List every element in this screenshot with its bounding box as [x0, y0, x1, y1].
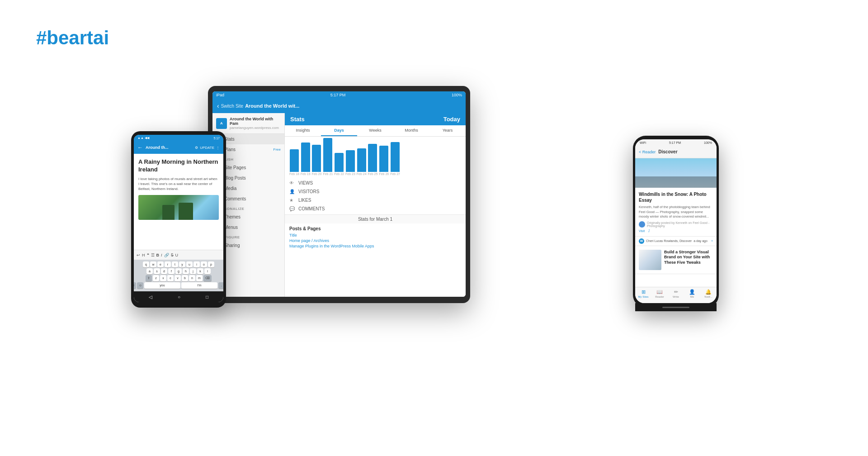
iphone-signal: WiFi — [640, 141, 646, 144]
key-i[interactable]: i — [193, 261, 200, 267]
iphone-nav-title: Discover — [658, 149, 713, 154]
key-z[interactable]: z — [153, 275, 159, 281]
android-home-nav[interactable]: ○ — [178, 294, 180, 299]
iphone-article1-meta: Originally posted by Kenneth on Feel Goo… — [639, 221, 713, 228]
key-t[interactable]: t — [172, 261, 178, 267]
mysites-icon: ⊞ — [642, 289, 646, 295]
format-icon-italic[interactable]: I — [161, 253, 162, 257]
tablet-back-arrow[interactable]: ‹ — [217, 102, 219, 109]
key-g[interactable]: g — [175, 268, 182, 274]
iphone-visit-button[interactable]: Visit — [639, 229, 645, 233]
iphone-hero-image — [635, 158, 717, 188]
write-icon: ✏ — [674, 289, 678, 295]
chart-bar-feb20: Feb 20 — [312, 145, 322, 176]
key-u[interactable]: u — [186, 261, 193, 267]
format-icon-underline[interactable]: U — [175, 253, 179, 257]
android-settings-icon[interactable]: ⚙ — [195, 146, 198, 150]
format-icon-h[interactable]: H — [142, 253, 145, 257]
android-post-body: I love taking photos of murals and stree… — [138, 176, 219, 192]
format-icon-undo[interactable]: ↩ — [137, 253, 140, 257]
key-suggestion-im[interactable]: I'm — [181, 282, 217, 289]
iphone-tab-write[interactable]: ✏ Write — [668, 289, 684, 302]
keyboard-row-1: q w e r t y u i o p — [135, 261, 222, 267]
key-p[interactable]: p — [208, 261, 214, 267]
format-icon-strike[interactable]: S̶ — [171, 253, 174, 257]
iphone-back-button[interactable]: < Reader — [639, 150, 656, 154]
android-back-nav[interactable]: ◁ — [149, 294, 152, 299]
key-symbols[interactable]: ?123 — [134, 282, 136, 289]
posts-link-plugins[interactable]: Manage Plugins in the WordPress Mobile A… — [289, 244, 461, 248]
tab-weeks[interactable]: Weeks — [357, 125, 393, 136]
key-m[interactable]: m — [196, 275, 203, 281]
posts-link-home[interactable]: Home page / Archives — [289, 238, 461, 243]
iphone-article-1: Windmills in the Snow: A Photo Essay Ken… — [635, 188, 717, 237]
key-h[interactable]: h — [183, 268, 189, 274]
chart-bar-feb21: Feb 21 — [323, 138, 333, 176]
format-icon-bold[interactable]: B — [156, 253, 160, 257]
keyboard-row-2: a s d f g h j k l — [135, 268, 222, 274]
key-f[interactable]: f — [168, 268, 175, 274]
chart-bar-feb27: Feb 27 — [390, 142, 400, 176]
tab-insights[interactable]: Insights — [285, 125, 321, 136]
iphone-article-2: Build a Stronger Visual Brand on Your Si… — [635, 246, 717, 274]
iphone-tab-mysites[interactable]: ⊞ My Sites — [635, 289, 651, 302]
android-update-button[interactable]: UPDATE — [200, 146, 214, 150]
key-suggestion-you[interactable]: you — [144, 282, 180, 289]
key-v[interactable]: v — [175, 275, 181, 281]
key-b[interactable]: b — [182, 275, 188, 281]
android-recents-nav[interactable]: □ — [206, 294, 208, 299]
key-shift[interactable]: ⇧ — [146, 275, 152, 281]
stats-header: Stats Today — [285, 113, 466, 125]
android-toolbar-actions: ⚙ UPDATE ⋮ — [195, 146, 220, 150]
android-phone-device: ▲▲ ◀◀ 5:17 ← Around th... ⚙ UPDATE ⋮ A R… — [131, 131, 226, 308]
posts-link-title[interactable]: Title — [289, 233, 461, 238]
sidebar-avatar: A — [216, 118, 227, 129]
key-period[interactable]: . — [218, 282, 223, 289]
android-more-icon[interactable]: ⋮ — [216, 146, 220, 150]
tab-days[interactable]: Days — [321, 125, 357, 136]
key-e[interactable]: e — [157, 261, 164, 267]
tab-months[interactable]: Months — [393, 125, 429, 136]
key-n[interactable]: n — [189, 275, 195, 281]
tablet-switch-site[interactable]: Switch Site — [221, 104, 243, 109]
me-icon: 👤 — [689, 289, 695, 295]
key-q[interactable]: q — [143, 261, 149, 267]
format-icon-quote[interactable]: ❝ — [147, 253, 149, 257]
key-y[interactable]: y — [179, 261, 185, 267]
key-backspace[interactable]: ⌫ — [203, 275, 212, 281]
iphone-tab-reader[interactable]: 📖 Reader — [651, 289, 668, 302]
key-d[interactable]: d — [161, 268, 167, 274]
key-r[interactable]: r — [165, 261, 171, 267]
label-feb22: Feb 22 — [334, 172, 344, 176]
sidebar-site-name: Around the World with Pam — [230, 117, 281, 126]
stats-title: Stats — [290, 116, 305, 123]
keyboard-row-3: ⇧ z x c v b n m ⌫ — [135, 275, 222, 281]
key-a[interactable]: a — [146, 268, 153, 274]
tab-years[interactable]: Years — [429, 125, 466, 136]
key-j[interactable]: j — [190, 268, 196, 274]
home-bar — [662, 307, 689, 308]
android-formatting-bar: ↩ H ❝ ☰ B I 🔗 S̶ U — [134, 250, 223, 260]
bar-feb19 — [301, 142, 310, 172]
key-k[interactable]: k — [197, 268, 203, 274]
follow-button[interactable]: + — [711, 239, 713, 242]
key-c[interactable]: c — [167, 275, 174, 281]
key-s[interactable]: s — [154, 268, 160, 274]
format-icon-list[interactable]: ☰ — [151, 253, 155, 257]
key-x[interactable]: x — [160, 275, 166, 281]
key-emoji[interactable]: ☺ — [137, 282, 143, 289]
iphone-article1-avatar — [639, 221, 645, 228]
iphone-share-icon[interactable]: ⤴ — [648, 229, 650, 233]
sharing-label: Sharing — [224, 243, 240, 248]
key-l[interactable]: l — [204, 268, 211, 274]
key-o[interactable]: o — [201, 261, 207, 267]
tablet-main-stats: Stats Today Insights Days Weeks Months Y… — [285, 113, 466, 297]
tablet-status-bar: iPad 5:17 PM 100% — [212, 91, 466, 99]
iphone-tab-me[interactable]: 👤 Me — [684, 289, 700, 302]
format-icon-link[interactable]: 🔗 — [164, 253, 169, 257]
key-w[interactable]: w — [150, 261, 156, 267]
sidebar-site-details: Around the World with Pam pamelanguyen.w… — [230, 117, 281, 130]
iphone-tab-notifications[interactable]: 🔔 Notif... — [700, 289, 717, 302]
android-back-button[interactable]: ← — [137, 144, 143, 151]
label-feb26: Feb 26 — [379, 172, 389, 176]
